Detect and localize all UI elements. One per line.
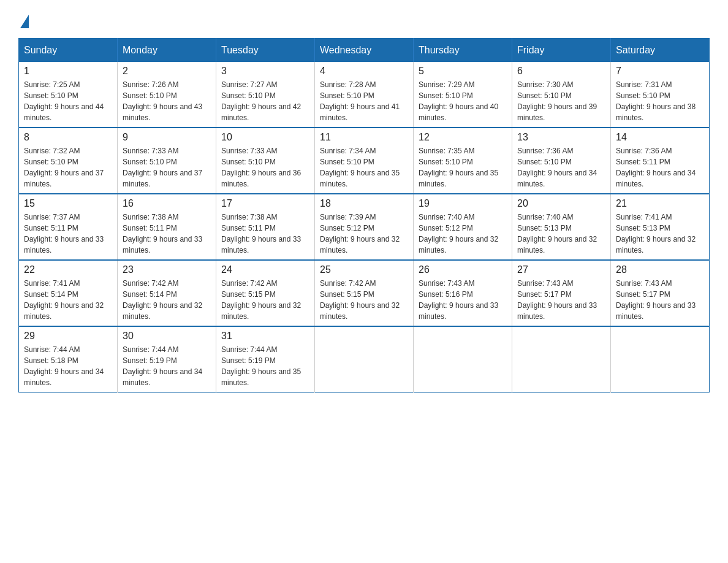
day-info: Sunrise: 7:33 AM Sunset: 5:10 PM Dayligh… — [221, 145, 309, 190]
calendar-cell: 31 Sunrise: 7:44 AM Sunset: 5:19 PM Dayl… — [216, 326, 315, 393]
calendar-cell: 4 Sunrise: 7:28 AM Sunset: 5:10 PM Dayli… — [315, 62, 414, 128]
day-info: Sunrise: 7:34 AM Sunset: 5:10 PM Dayligh… — [320, 145, 408, 190]
calendar-cell: 11 Sunrise: 7:34 AM Sunset: 5:10 PM Dayl… — [315, 128, 414, 194]
calendar-week-row: 8 Sunrise: 7:32 AM Sunset: 5:10 PM Dayli… — [19, 128, 710, 194]
calendar-cell — [611, 326, 710, 393]
logo — [18, 12, 29, 26]
day-number: 9 — [123, 132, 211, 143]
calendar-cell: 9 Sunrise: 7:33 AM Sunset: 5:10 PM Dayli… — [118, 128, 216, 194]
day-number: 8 — [24, 132, 112, 143]
calendar-cell: 21 Sunrise: 7:41 AM Sunset: 5:13 PM Dayl… — [611, 194, 710, 260]
calendar-cell: 2 Sunrise: 7:26 AM Sunset: 5:10 PM Dayli… — [118, 62, 216, 128]
calendar-cell: 14 Sunrise: 7:36 AM Sunset: 5:11 PM Dayl… — [611, 128, 710, 194]
day-number: 29 — [24, 331, 112, 342]
calendar-week-row: 22 Sunrise: 7:41 AM Sunset: 5:14 PM Dayl… — [19, 260, 710, 326]
calendar-cell: 1 Sunrise: 7:25 AM Sunset: 5:10 PM Dayli… — [19, 62, 118, 128]
day-info: Sunrise: 7:33 AM Sunset: 5:10 PM Dayligh… — [123, 145, 211, 190]
day-info: Sunrise: 7:38 AM Sunset: 5:11 PM Dayligh… — [221, 212, 309, 256]
day-info: Sunrise: 7:40 AM Sunset: 5:12 PM Dayligh… — [419, 212, 507, 256]
day-number: 4 — [320, 66, 408, 77]
day-number: 3 — [221, 66, 309, 77]
day-info: Sunrise: 7:41 AM Sunset: 5:13 PM Dayligh… — [616, 212, 704, 256]
day-info: Sunrise: 7:42 AM Sunset: 5:15 PM Dayligh… — [221, 278, 309, 322]
day-number: 10 — [221, 132, 309, 143]
day-number: 25 — [320, 264, 408, 275]
day-info: Sunrise: 7:42 AM Sunset: 5:15 PM Dayligh… — [320, 278, 408, 322]
day-number: 21 — [616, 198, 704, 209]
day-number: 12 — [419, 132, 507, 143]
calendar-cell: 19 Sunrise: 7:40 AM Sunset: 5:12 PM Dayl… — [414, 194, 512, 260]
day-number: 11 — [320, 132, 408, 143]
day-number: 22 — [24, 264, 112, 275]
calendar-cell: 7 Sunrise: 7:31 AM Sunset: 5:10 PM Dayli… — [611, 62, 710, 128]
calendar-cell: 28 Sunrise: 7:43 AM Sunset: 5:17 PM Dayl… — [611, 260, 710, 326]
day-info: Sunrise: 7:43 AM Sunset: 5:16 PM Dayligh… — [419, 278, 507, 322]
day-info: Sunrise: 7:36 AM Sunset: 5:10 PM Dayligh… — [517, 145, 605, 190]
calendar-header-monday: Monday — [118, 39, 216, 63]
calendar-cell: 8 Sunrise: 7:32 AM Sunset: 5:10 PM Dayli… — [19, 128, 118, 194]
day-info: Sunrise: 7:35 AM Sunset: 5:10 PM Dayligh… — [419, 145, 507, 190]
calendar-cell: 20 Sunrise: 7:40 AM Sunset: 5:13 PM Dayl… — [512, 194, 611, 260]
day-info: Sunrise: 7:25 AM Sunset: 5:10 PM Dayligh… — [24, 79, 112, 123]
day-number: 13 — [517, 132, 605, 143]
day-number: 14 — [616, 132, 704, 143]
day-number: 27 — [517, 264, 605, 275]
day-info: Sunrise: 7:43 AM Sunset: 5:17 PM Dayligh… — [517, 278, 605, 322]
day-info: Sunrise: 7:37 AM Sunset: 5:11 PM Dayligh… — [24, 212, 112, 256]
day-number: 16 — [123, 198, 211, 209]
calendar-cell: 27 Sunrise: 7:43 AM Sunset: 5:17 PM Dayl… — [512, 260, 611, 326]
calendar-week-row: 15 Sunrise: 7:37 AM Sunset: 5:11 PM Dayl… — [19, 194, 710, 260]
day-info: Sunrise: 7:32 AM Sunset: 5:10 PM Dayligh… — [24, 145, 112, 190]
day-info: Sunrise: 7:44 AM Sunset: 5:19 PM Dayligh… — [123, 344, 211, 388]
calendar-cell — [414, 326, 512, 393]
day-number: 31 — [221, 331, 309, 342]
calendar-cell: 5 Sunrise: 7:29 AM Sunset: 5:10 PM Dayli… — [414, 62, 512, 128]
calendar-cell: 6 Sunrise: 7:30 AM Sunset: 5:10 PM Dayli… — [512, 62, 611, 128]
calendar-cell: 12 Sunrise: 7:35 AM Sunset: 5:10 PM Dayl… — [414, 128, 512, 194]
calendar-cell: 15 Sunrise: 7:37 AM Sunset: 5:11 PM Dayl… — [19, 194, 118, 260]
calendar-header-thursday: Thursday — [414, 39, 512, 63]
day-info: Sunrise: 7:42 AM Sunset: 5:14 PM Dayligh… — [123, 278, 211, 322]
day-info: Sunrise: 7:29 AM Sunset: 5:10 PM Dayligh… — [419, 79, 507, 123]
calendar-cell: 13 Sunrise: 7:36 AM Sunset: 5:10 PM Dayl… — [512, 128, 611, 194]
day-number: 23 — [123, 264, 211, 275]
calendar-week-row: 1 Sunrise: 7:25 AM Sunset: 5:10 PM Dayli… — [19, 62, 710, 128]
day-info: Sunrise: 7:40 AM Sunset: 5:13 PM Dayligh… — [517, 212, 605, 256]
day-number: 20 — [517, 198, 605, 209]
day-info: Sunrise: 7:43 AM Sunset: 5:17 PM Dayligh… — [616, 278, 704, 322]
calendar-cell: 30 Sunrise: 7:44 AM Sunset: 5:19 PM Dayl… — [118, 326, 216, 393]
calendar-header-wednesday: Wednesday — [315, 39, 414, 63]
day-info: Sunrise: 7:31 AM Sunset: 5:10 PM Dayligh… — [616, 79, 704, 123]
day-number: 19 — [419, 198, 507, 209]
day-info: Sunrise: 7:27 AM Sunset: 5:10 PM Dayligh… — [221, 79, 309, 123]
calendar-cell — [512, 326, 611, 393]
day-number: 5 — [419, 66, 507, 77]
calendar-header-row: SundayMondayTuesdayWednesdayThursdayFrid… — [19, 39, 710, 63]
day-number: 7 — [616, 66, 704, 77]
calendar-header-friday: Friday — [512, 39, 611, 63]
calendar-cell: 24 Sunrise: 7:42 AM Sunset: 5:15 PM Dayl… — [216, 260, 315, 326]
logo-triangle-icon — [20, 15, 29, 28]
day-info: Sunrise: 7:36 AM Sunset: 5:11 PM Dayligh… — [616, 145, 704, 190]
calendar-cell — [315, 326, 414, 393]
calendar-cell: 3 Sunrise: 7:27 AM Sunset: 5:10 PM Dayli… — [216, 62, 315, 128]
day-number: 15 — [24, 198, 112, 209]
calendar-header-sunday: Sunday — [19, 39, 118, 63]
day-number: 18 — [320, 198, 408, 209]
calendar-cell: 10 Sunrise: 7:33 AM Sunset: 5:10 PM Dayl… — [216, 128, 315, 194]
calendar-cell: 18 Sunrise: 7:39 AM Sunset: 5:12 PM Dayl… — [315, 194, 414, 260]
calendar-cell: 25 Sunrise: 7:42 AM Sunset: 5:15 PM Dayl… — [315, 260, 414, 326]
day-info: Sunrise: 7:41 AM Sunset: 5:14 PM Dayligh… — [24, 278, 112, 322]
calendar-cell: 16 Sunrise: 7:38 AM Sunset: 5:11 PM Dayl… — [118, 194, 216, 260]
calendar-cell: 22 Sunrise: 7:41 AM Sunset: 5:14 PM Dayl… — [19, 260, 118, 326]
day-info: Sunrise: 7:38 AM Sunset: 5:11 PM Dayligh… — [123, 212, 211, 256]
day-number: 30 — [123, 331, 211, 342]
day-info: Sunrise: 7:39 AM Sunset: 5:12 PM Dayligh… — [320, 212, 408, 256]
day-info: Sunrise: 7:26 AM Sunset: 5:10 PM Dayligh… — [123, 79, 211, 123]
calendar-cell: 23 Sunrise: 7:42 AM Sunset: 5:14 PM Dayl… — [118, 260, 216, 326]
day-info: Sunrise: 7:30 AM Sunset: 5:10 PM Dayligh… — [517, 79, 605, 123]
day-number: 26 — [419, 264, 507, 275]
calendar-week-row: 29 Sunrise: 7:44 AM Sunset: 5:18 PM Dayl… — [19, 326, 710, 393]
day-number: 1 — [24, 66, 112, 77]
calendar-cell: 17 Sunrise: 7:38 AM Sunset: 5:11 PM Dayl… — [216, 194, 315, 260]
